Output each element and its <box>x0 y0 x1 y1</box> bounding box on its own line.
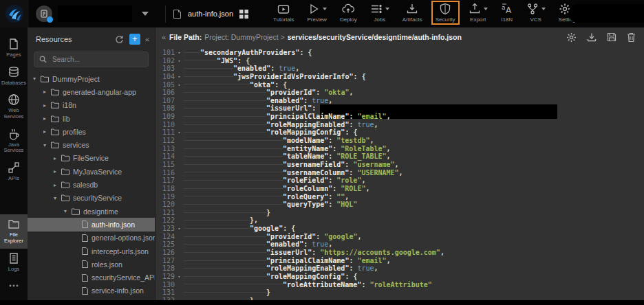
code-line-111[interactable]: 111▾"roleMappingConfig": { <box>155 128 644 137</box>
code-line-116[interactable]: 116"usernameColumn": "USERNAME", <box>155 169 644 177</box>
code-token: : { <box>237 57 250 65</box>
sidebar-item-pages[interactable]: Pages <box>0 34 28 63</box>
sidebar-item-file-explorer[interactable]: File Explorer <box>0 214 28 248</box>
code-line-109[interactable]: 109"principalClaimName": "email", <box>155 113 644 121</box>
code-line-107[interactable]: 107"enabled": true, <box>155 97 644 105</box>
code-token: "role" <box>336 177 361 184</box>
save-file-icon[interactable] <box>607 32 616 42</box>
collapse-tree-icon[interactable]: « <box>158 33 169 41</box>
chevron-down-icon <box>323 8 327 10</box>
code-line-126[interactable]: 126"issuerUrl": "https://accounts.google… <box>155 249 644 257</box>
code-line-131[interactable]: 131} <box>155 289 644 297</box>
tree-item-services[interactable]: ▾services <box>28 138 155 151</box>
chevron-down-icon[interactable] <box>142 12 149 16</box>
project-selector[interactable] <box>36 5 149 22</box>
toolbar-security-button[interactable]: Security <box>431 1 460 25</box>
code-line-119[interactable]: 119"roleQuery": "", <box>155 193 644 201</box>
code-line-102[interactable]: 102▾"JWS": { <box>155 57 644 65</box>
tab-guide <box>200 58 217 63</box>
code-line-105[interactable]: 105▾"okta": { <box>155 81 644 89</box>
toolbar-vcs-button[interactable]: VCS <box>526 3 546 23</box>
line-number: 104 <box>155 73 175 81</box>
code-line-101[interactable]: 101▾"secondaryAuthProviders": { <box>155 49 644 57</box>
code-line-112[interactable]: 112"modelName": "testdb", <box>155 137 644 145</box>
tree-item-lib[interactable]: ▸lib <box>28 112 155 125</box>
code-line-110[interactable]: 110"roleMappingEnabled": true, <box>155 121 644 129</box>
tree-item-securityservice-api-js[interactable]: securityService_API.js <box>28 271 155 284</box>
file-icon <box>82 260 88 268</box>
tree-item-designtime[interactable]: ▾designtime <box>28 205 155 218</box>
sidebar-item-databases[interactable]: Databases <box>0 63 28 91</box>
code-line-127[interactable]: 127"principalClaimName": "email", <box>155 257 644 265</box>
editor-settings-icon[interactable] <box>566 32 577 43</box>
code-line-129[interactable]: 129▾"roleMappingConfig": { <box>155 273 644 281</box>
toolbar-i18n-button[interactable]: aAI18N <box>501 3 513 23</box>
file-icon <box>82 221 88 228</box>
code-token: , <box>440 249 444 256</box>
tab-guide <box>266 201 283 207</box>
tree-item-securityservice[interactable]: ▾securityService <box>28 192 155 205</box>
tree-item-roles-json[interactable]: roles.json <box>28 258 155 271</box>
tab-guide <box>217 170 233 175</box>
tree-item-fileservice[interactable]: ▸FileService <box>28 152 155 165</box>
code-editor[interactable]: 101▾"secondaryAuthProviders": {102▾"JWS"… <box>155 47 644 305</box>
add-resource-button[interactable]: + <box>129 34 140 45</box>
code-token: "ROLE" <box>341 185 365 192</box>
sidebar-item-java-services[interactable]: Java Services <box>0 124 28 158</box>
open-file-tab[interactable]: auth-info.json <box>165 5 255 23</box>
delete-file-icon[interactable] <box>627 32 636 43</box>
line-number: 105 <box>155 81 175 89</box>
code-line-115[interactable]: 115"usernameField": "username", <box>155 161 644 169</box>
code-line-130[interactable]: 130"roleAttributeName": "roleAttribute" <box>155 281 644 289</box>
sidebar-item-apis[interactable]: APIs <box>0 158 28 186</box>
tree-item-dummyproject[interactable]: ▾DummyProject <box>28 72 155 85</box>
code-line-128[interactable]: 128"roleMappingEnabled": true, <box>155 264 644 273</box>
collapse-panel-icon[interactable]: « <box>145 35 149 43</box>
code-line-121[interactable]: 121} <box>155 209 644 217</box>
tree-item-auth-info-json[interactable]: auth-info.json <box>28 218 155 231</box>
toolbar-export-button[interactable]: Export <box>469 3 488 23</box>
download-file-icon[interactable] <box>587 32 597 42</box>
code-line-113[interactable]: 113"entityName": "RoleTable", <box>155 145 644 153</box>
toolbar-preview-button[interactable]: Preview <box>307 3 326 23</box>
search-input[interactable] <box>51 55 143 64</box>
tree-item-i18n[interactable]: ▸i18n <box>28 99 155 112</box>
code-line-103[interactable]: 103"enabled": true, <box>155 65 644 73</box>
tree-item-service-info-json[interactable]: service-info.json <box>28 284 155 297</box>
code-line-125[interactable]: 125"enabled": true, <box>155 240 644 249</box>
code-line-104[interactable]: 104▾"jwsProviderIdVsProviderInfo": { <box>155 73 644 81</box>
tab-guide <box>200 177 217 183</box>
code-line-120[interactable]: 120"queryType": "HQL" <box>155 201 644 209</box>
grid-icon[interactable] <box>239 10 248 19</box>
code-line-124[interactable]: 124"providerId": "google", <box>155 233 644 241</box>
tree-item-general-options-json[interactable]: general-options.json <box>28 231 155 245</box>
tree-item-salesdb[interactable]: ▸salesdb <box>28 178 155 191</box>
code-line-123[interactable]: 123▾"google": { <box>155 225 644 233</box>
code-line-106[interactable]: 106"providerId": "okta", <box>155 89 644 97</box>
toolbar-artifacts-button[interactable]: Artifacts <box>402 3 422 23</box>
refresh-icon[interactable] <box>115 35 124 44</box>
sidebar-item-logs[interactable]: Logs <box>0 249 28 277</box>
sidebar-item-web-services[interactable]: Web Services <box>0 90 28 124</box>
code-line-108[interactable]: 108"issuerUrl": <box>155 104 644 113</box>
code-token: "roleMappingConfig" <box>266 273 345 280</box>
toolbar-deploy-button[interactable]: Deploy <box>340 3 357 23</box>
tree-item-intercept-urls-json[interactable]: intercept-urls.json <box>28 245 155 258</box>
line-number: 114 <box>155 152 175 161</box>
code-token: "roleAttributeName" <box>283 281 361 289</box>
tree-item-profiles[interactable]: ▸profiles <box>28 125 155 138</box>
code-line-118[interactable]: 118"roleColumn": "ROLE", <box>155 185 644 193</box>
tree-item-generated-angular-app[interactable]: ▸generated-angular-app <box>28 85 155 98</box>
tree-item-label: profiles <box>63 128 86 136</box>
app-logo[interactable] <box>0 0 29 27</box>
tree-item-myjavaservice[interactable]: ▸MyJavaService <box>28 165 155 178</box>
code-line-114[interactable]: 114"tableName": "ROLE_TABLE", <box>155 152 644 161</box>
code-token: , <box>328 97 332 104</box>
code-line-117[interactable]: 117"roleField": "role", <box>155 177 644 185</box>
toolbar-tutorials-button[interactable]: Tutorials <box>273 3 294 23</box>
sidebar-item--[interactable] <box>0 276 28 296</box>
toolbar-jobs-button[interactable]: Jobs <box>370 3 389 23</box>
code-line-122[interactable]: 122}, <box>155 216 644 225</box>
tab-guide <box>217 185 233 191</box>
tab-guide <box>250 210 266 215</box>
